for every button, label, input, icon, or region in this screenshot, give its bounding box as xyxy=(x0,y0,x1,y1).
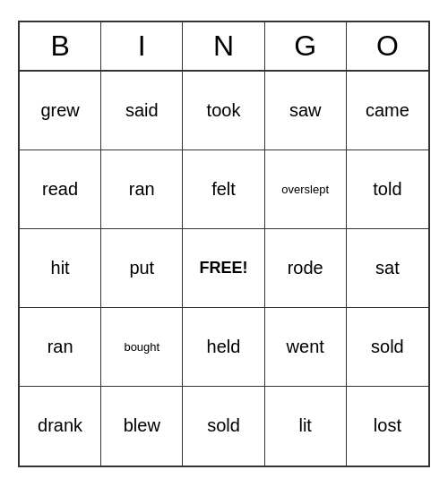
cell-r3-c1: bought xyxy=(101,308,183,387)
cell-r1-c0: read xyxy=(20,150,101,229)
cell-r4-c3: lit xyxy=(265,387,347,466)
bingo-card: BINGO grewsaidtooksawcamereadranfeltover… xyxy=(18,21,430,467)
header-letter: N xyxy=(183,22,264,70)
cell-r2-c0: hit xyxy=(20,229,101,308)
cell-r3-c2: held xyxy=(183,308,264,387)
header-letter: G xyxy=(265,22,347,70)
cell-r4-c4: lost xyxy=(347,387,428,466)
cell-r0-c4: came xyxy=(347,72,428,150)
cell-r3-c4: sold xyxy=(347,308,428,387)
cell-r0-c1: said xyxy=(101,72,183,150)
cell-r0-c3: saw xyxy=(265,72,347,150)
cell-r4-c1: blew xyxy=(101,387,183,466)
cell-r1-c4: told xyxy=(347,150,428,229)
header-letter: B xyxy=(20,22,101,70)
cell-r2-c1: put xyxy=(101,229,183,308)
cell-r1-c3: overslept xyxy=(265,150,347,229)
cell-r2-c4: sat xyxy=(347,229,428,308)
cell-r2-c2: FREE! xyxy=(183,229,264,308)
cell-r0-c0: grew xyxy=(20,72,101,150)
cell-r1-c2: felt xyxy=(183,150,264,229)
header-letter: O xyxy=(347,22,428,70)
cell-r4-c0: drank xyxy=(20,387,101,466)
cell-r4-c2: sold xyxy=(183,387,264,466)
cell-r3-c0: ran xyxy=(20,308,101,387)
cell-r0-c2: took xyxy=(183,72,264,150)
cell-r1-c1: ran xyxy=(101,150,183,229)
bingo-grid: grewsaidtooksawcamereadranfeltoversleptt… xyxy=(20,72,428,466)
bingo-header: BINGO xyxy=(20,22,428,72)
header-letter: I xyxy=(101,22,183,70)
cell-r3-c3: went xyxy=(265,308,347,387)
cell-r2-c3: rode xyxy=(265,229,347,308)
